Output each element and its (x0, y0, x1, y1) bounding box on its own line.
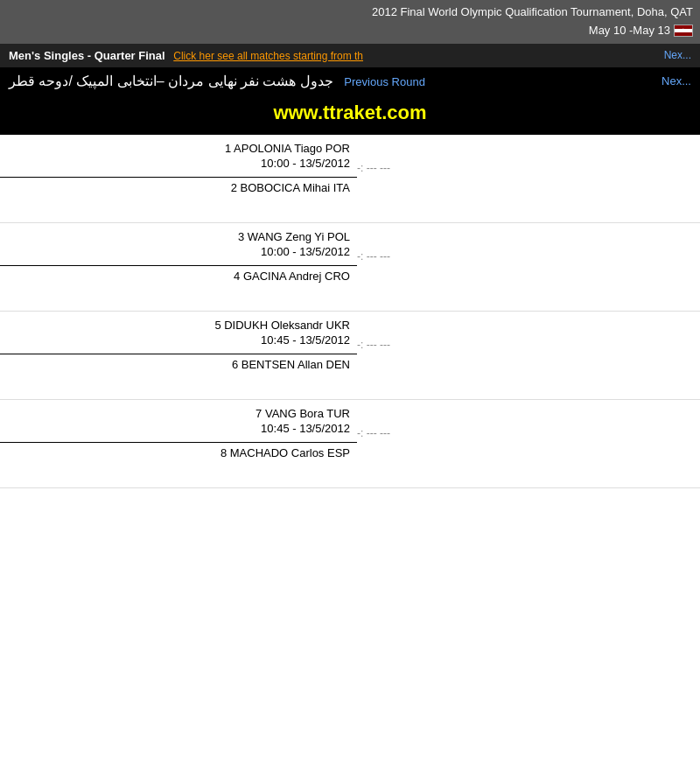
match-4-time: 10:45 - 13/5/2012 (0, 420, 357, 443)
match-4: 7 VANG Bora TUR 10:45 - 13/5/2012 8 MACH… (0, 400, 700, 488)
arabic-title-text: جدول هشت نفر نهایی مردان –انتخابی المپیک… (9, 74, 333, 88)
match-2-score: -: --- --- (357, 250, 390, 263)
match-1-time: 10:00 - 13/5/2012 (0, 155, 357, 178)
flag-icon: ✦ (674, 25, 693, 37)
player-2-2: 4 GACINA Andrej CRO (0, 266, 357, 290)
match-4-score: -: --- --- (357, 427, 390, 439)
website-text: www.ttraket.com (273, 102, 426, 123)
player-1-2: 2 BOBOCICA Mihai ITA (0, 178, 357, 201)
next-nav[interactable]: Nex... (664, 49, 691, 61)
prev-round-link[interactable]: Previous Round (344, 75, 425, 88)
website-banner: www.ttraket.com (0, 95, 700, 135)
player-2-1: 3 WANG Zeng Yi POL (0, 223, 357, 243)
player-4-2: 8 MACHADO Carlos ESP (0, 443, 357, 466)
player-4-1: 7 VANG Bora TUR (0, 400, 357, 420)
round-label: Men's Singles - Quarter Final (9, 49, 165, 62)
click-link[interactable]: Click her see all matches starting from … (173, 50, 363, 62)
match-3-score: -: --- --- (357, 339, 390, 351)
match-3: 5 DIDUKH Oleksandr UKR 10:45 - 13/5/2012… (0, 312, 700, 400)
player-3-1: 5 DIDUKH Oleksandr UKR (0, 312, 357, 332)
next-link-arabic[interactable]: Nex... (662, 74, 691, 88)
match-2: 3 WANG Zeng Yi POL 10:00 - 13/5/2012 4 G… (0, 223, 700, 312)
player-3-2: 6 BENTSEN Allan DEN (0, 354, 357, 378)
subheader: Men's Singles - Quarter Final Click her … (0, 44, 700, 67)
tournament-title: 2012 Final World Olympic Qualification T… (7, 4, 693, 22)
player-1-1: 1 APOLONIA Tiago POR (0, 135, 357, 155)
header-top: 2012 Final World Olympic Qualification T… (0, 0, 700, 44)
match-1: 1 APOLONIA Tiago POR 10:00 - 13/5/2012 2… (0, 135, 700, 223)
next-link[interactable]: Nex... (664, 49, 691, 61)
bracket-area: 1 APOLONIA Tiago POR 10:00 - 13/5/2012 2… (0, 135, 700, 488)
match-2-time: 10:00 - 13/5/2012 (0, 243, 357, 266)
match-3-time: 10:45 - 13/5/2012 (0, 332, 357, 354)
match-1-score: -: --- --- (357, 162, 390, 174)
arabic-header: Nex... Previous Round جدول هشت نفر نهایی… (0, 67, 700, 95)
dates: May 10 -May 13 (589, 22, 670, 40)
